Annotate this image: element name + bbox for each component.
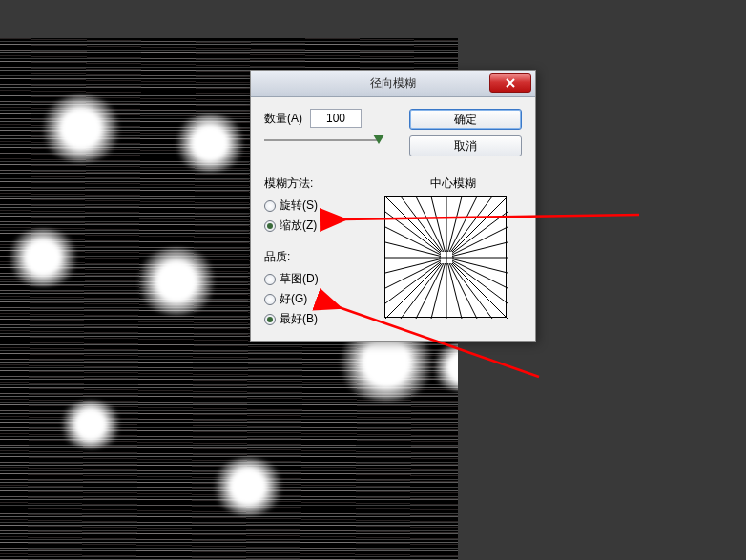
ok-button[interactable]: 确定	[409, 109, 522, 130]
quality-group-label: 品质:	[264, 249, 369, 265]
quality-radio-best[interactable]: 最好(B)	[264, 311, 369, 327]
radio-icon	[264, 220, 276, 232]
method-group-label: 模糊方法:	[264, 176, 369, 192]
cancel-button[interactable]: 取消	[409, 135, 522, 156]
radio-icon	[264, 294, 276, 305]
amount-label: 数量(A)	[264, 111, 302, 127]
radial-blur-dialog: 径向模糊 数量(A) 确定 取消	[250, 70, 536, 342]
svg-line-6	[446, 197, 477, 258]
svg-line-8	[446, 197, 508, 258]
blur-center-preview[interactable]	[384, 196, 507, 318]
preview-label: 中心模糊	[384, 176, 522, 192]
quality-radio-draft[interactable]: 草图(D)	[264, 271, 369, 287]
quality-best-label: 最好(B)	[280, 311, 318, 327]
radio-icon	[264, 314, 276, 325]
svg-line-30	[446, 258, 508, 288]
quality-radio-good[interactable]: 好(G)	[264, 291, 369, 307]
close-button[interactable]	[489, 73, 531, 93]
method-radio-zoom[interactable]: 缩放(Z)	[264, 218, 369, 234]
zoom-rays-icon	[385, 197, 508, 319]
method-radio-spin[interactable]: 旋转(S)	[264, 197, 369, 214]
svg-line-7	[446, 197, 492, 258]
svg-line-1	[401, 197, 446, 258]
svg-line-16	[446, 258, 492, 319]
svg-line-24	[385, 258, 446, 303]
slider-thumb[interactable]	[373, 135, 384, 144]
close-icon	[505, 77, 516, 89]
svg-line-10	[401, 258, 446, 319]
svg-line-17	[446, 258, 508, 319]
svg-line-18	[385, 212, 446, 258]
method-zoom-label: 缩放(Z)	[280, 218, 317, 234]
svg-line-26	[446, 227, 508, 258]
method-spin-label: 旋转(S)	[280, 197, 318, 214]
svg-line-25	[446, 212, 508, 258]
amount-slider[interactable]	[264, 134, 379, 147]
dialog-titlebar[interactable]: 径向模糊	[251, 71, 535, 97]
svg-line-23	[385, 258, 446, 288]
quality-good-label: 好(G)	[280, 291, 307, 307]
radio-icon	[264, 274, 276, 285]
radio-icon	[264, 200, 276, 212]
svg-line-0	[385, 197, 446, 258]
dialog-body: 数量(A) 确定 取消 模糊方法: 旋转(S)	[251, 97, 535, 341]
amount-input[interactable]	[310, 109, 362, 128]
svg-line-2	[416, 197, 446, 258]
svg-line-31	[446, 258, 508, 303]
svg-line-9	[385, 258, 446, 319]
quality-draft-label: 草图(D)	[280, 271, 319, 287]
svg-line-19	[385, 227, 446, 258]
slider-track	[264, 139, 379, 141]
svg-line-11	[416, 258, 446, 319]
svg-line-15	[446, 258, 477, 319]
